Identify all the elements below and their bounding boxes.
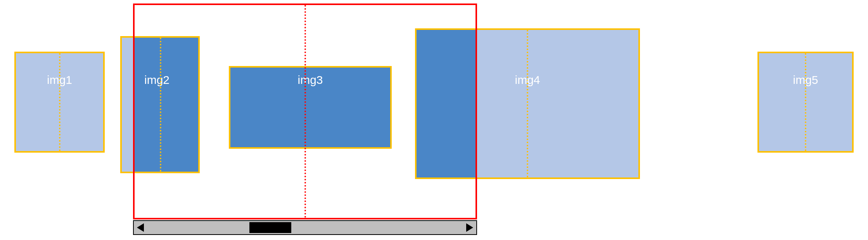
center-line-img4 xyxy=(527,30,528,177)
image-box-img5: img5 xyxy=(757,52,854,153)
horizontal-scrollbar[interactable] xyxy=(133,220,477,235)
diagram-stage: img1 img4 img2 img3 img5 xyxy=(0,0,868,240)
scrollbar-thumb[interactable] xyxy=(249,222,291,233)
image-label: img5 xyxy=(793,73,818,87)
image-label: img3 xyxy=(297,73,323,87)
image-box-img4-inview xyxy=(415,28,477,179)
scroll-right-arrow-icon[interactable] xyxy=(466,223,473,232)
center-line-img2-overlay xyxy=(160,38,161,172)
image-label: img1 xyxy=(47,73,72,87)
scroll-left-arrow-icon[interactable] xyxy=(137,223,144,232)
center-line-img5 xyxy=(805,53,806,151)
image-box-img3: img3 xyxy=(229,66,392,149)
image-label: img2 xyxy=(144,73,169,87)
image-box-img1: img1 xyxy=(14,52,105,153)
image-box-img2-inview: img2 xyxy=(135,36,200,173)
center-line-img1 xyxy=(59,53,61,151)
image-label: img4 xyxy=(515,73,540,87)
